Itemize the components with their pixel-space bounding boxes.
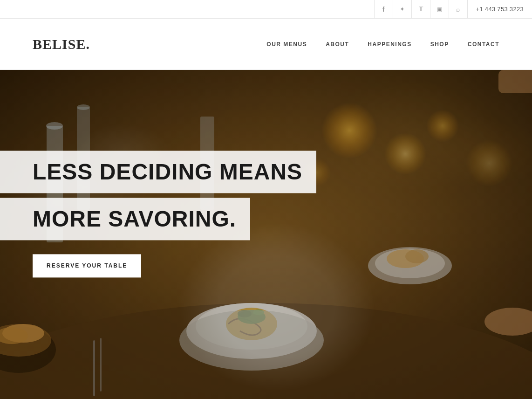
hero-headline-line1: LESS DECIDING MEANS xyxy=(0,151,316,193)
nav-item-shop[interactable]: SHOP xyxy=(430,41,449,48)
hero-section: LESS DECIDING MEANS MORE SAVORING. RESER… xyxy=(0,70,532,399)
nav-item-about[interactable]: ABOUT xyxy=(326,41,349,48)
twitter-icon[interactable]: 𝕋 xyxy=(411,0,430,19)
social-icons: f ✦ 𝕋 ▣ ⌕ +1 443 753 3223 xyxy=(374,0,532,19)
hero-content: LESS DECIDING MEANS MORE SAVORING. RESER… xyxy=(0,151,316,277)
search-icon[interactable]: ⌕ xyxy=(449,0,467,19)
reserve-table-button[interactable]: RESERVE YOUR TABLE xyxy=(33,254,141,277)
header: BELISE. OUR MENUS ABOUT HAPPENINGS SHOP … xyxy=(0,19,532,70)
logo[interactable]: BELISE. xyxy=(33,36,90,52)
nav-item-contact[interactable]: CONTACT xyxy=(468,41,499,48)
nav-item-happenings[interactable]: HAPPENINGS xyxy=(368,41,411,48)
pinterest-icon[interactable]: ✦ xyxy=(393,0,411,19)
top-bar: f ✦ 𝕋 ▣ ⌕ +1 443 753 3223 xyxy=(0,0,532,19)
facebook-icon[interactable]: f xyxy=(374,0,393,19)
instagram-icon[interactable]: ▣ xyxy=(430,0,449,19)
phone-number: +1 443 753 3223 xyxy=(467,0,532,19)
main-nav: OUR MENUS ABOUT HAPPENINGS SHOP CONTACT xyxy=(266,41,499,48)
nav-item-our-menus[interactable]: OUR MENUS xyxy=(266,41,307,48)
hero-headline-line2: MORE SAVORING. xyxy=(0,198,250,240)
